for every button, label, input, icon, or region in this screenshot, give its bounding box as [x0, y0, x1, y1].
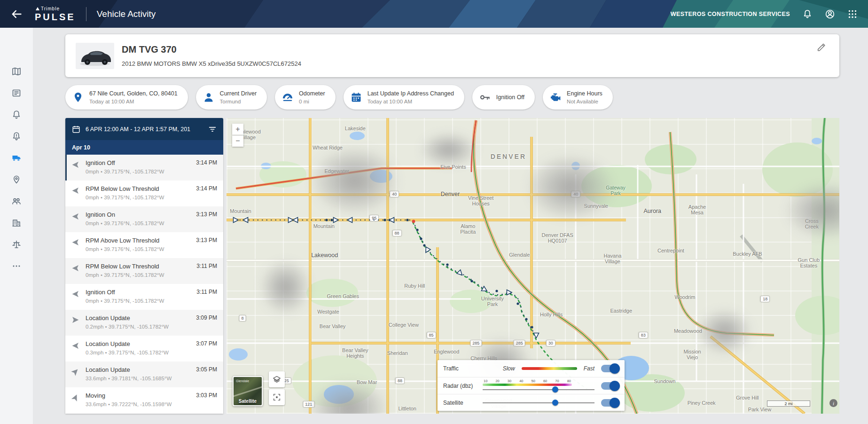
chip-subtitle: Today at 10:00 AM: [368, 99, 454, 104]
vehicle-summary-card: DM TVG 370 2012 BMW MOTORS BMW X5 xDrive…: [65, 34, 839, 77]
map-layers-panel: Traffic Slow Fast Radar (dbz) 1020304050…: [438, 360, 625, 411]
event-detail: 0.2mph • 39.7175°N, -105.1782°W: [86, 324, 169, 330]
apps-grid-icon[interactable]: [847, 9, 858, 19]
activity-date-header[interactable]: 6 APR 12:00 AM - 12 APR 1:57 PM, 201: [65, 118, 223, 140]
key-icon: [479, 91, 491, 103]
map-place-label: Lakeside: [345, 126, 366, 131]
event-detail: 0.3mph • 39.7175°N, -105.1782°W: [86, 350, 169, 355]
map-scale-bar: 2 mi: [767, 400, 810, 407]
heading-arrow-icon: [71, 212, 80, 221]
highway-shield: 88: [392, 230, 401, 236]
thumb-place-label: Glendale: [236, 379, 249, 383]
sidebar-scale-icon[interactable]: [11, 239, 22, 250]
radar-opacity-slider[interactable]: [483, 386, 594, 393]
satellite-view-toggle[interactable]: Glendale Satellite: [233, 376, 263, 406]
sidebar-building-icon[interactable]: [11, 218, 22, 228]
activity-event[interactable]: Location Update33.6mph • 39.7181°N, -105…: [65, 361, 223, 387]
edit-pencil-icon[interactable]: [817, 42, 826, 51]
highway-shield: 285: [470, 340, 482, 346]
map-place-label: Centrepoint: [657, 248, 684, 253]
map-canvas[interactable]: LakesideApplewood VillageWheat RidgeEdge…: [227, 118, 839, 414]
radar-tick: 50: [532, 379, 535, 383]
sidebar-more-icon[interactable]: [11, 261, 22, 271]
highway-shield: 40: [390, 191, 399, 197]
chip-location[interactable]: 67 Nile Court, Golden, CO, 80401Today at…: [65, 85, 188, 110]
zoom-out-button[interactable]: −: [232, 135, 243, 147]
satellite-opacity-slider[interactable]: [483, 400, 594, 406]
heading-arrow-icon: [71, 367, 80, 376]
event-time: 3:07 PM: [192, 340, 217, 347]
activity-event[interactable]: RPM Below Low Threshold0mph • 39.7175°N,…: [65, 258, 223, 284]
map-info-button[interactable]: i: [829, 399, 837, 407]
left-nav-sidebar: [0, 28, 33, 424]
chip-subtitle: 0 mi: [299, 99, 325, 104]
satellite-toggle-label: Satellite: [234, 399, 262, 404]
sidebar-feed-icon[interactable]: [11, 88, 22, 98]
top-app-bar: Trimble PULSE Vehicle Activity WESTEROS …: [0, 0, 868, 28]
chip-last-update[interactable]: Last Update Ip Address ChangedToday at 1…: [344, 85, 464, 110]
chip-engine-hours[interactable]: Engine HoursNot Available: [543, 85, 613, 110]
map-place-label: Bow Mar: [357, 379, 377, 385]
back-arrow-button[interactable]: [10, 8, 23, 20]
trimble-triangle-icon: [36, 7, 39, 10]
filter-icon[interactable]: [208, 125, 217, 134]
activity-event[interactable]: RPM Below Low Threshold0mph • 39.7175°N,…: [65, 181, 223, 206]
radar-slider-knob[interactable]: [552, 386, 558, 393]
event-detail: 0mph • 39.7176°N, -105.1782°W: [86, 220, 164, 226]
chip-driver[interactable]: Current DriverTormund: [196, 85, 267, 110]
sidebar-location-pin-icon[interactable]: [11, 174, 22, 185]
heading-arrow-icon: [71, 341, 80, 350]
satellite-slider-knob[interactable]: [552, 400, 558, 406]
chip-odometer[interactable]: Odometer0 mi: [275, 85, 336, 110]
map-place-label: Piney Creek: [688, 400, 716, 406]
satellite-toggle[interactable]: [601, 399, 619, 407]
map-place-label: Englewood: [434, 349, 459, 354]
event-detail: 0mph • 39.7175°N, -105.1782°W: [86, 169, 164, 174]
chip-ignition[interactable]: Ignition Off: [472, 85, 535, 110]
sidebar-alert-icon[interactable]: [11, 131, 22, 141]
zoom-controls: + −: [232, 124, 243, 147]
map-place-label: Mountain: [313, 223, 335, 229]
activity-event[interactable]: Location Update0.2mph • 39.7175°N, -105.…: [65, 310, 223, 336]
event-list: Ignition Off0mph • 39.7175°N, -105.1782°…: [65, 155, 223, 414]
sidebar-map-icon[interactable]: [11, 66, 22, 77]
highway-shield: 83: [639, 332, 648, 338]
notifications-bell-icon[interactable]: [802, 9, 813, 19]
sidebar-people-icon[interactable]: [11, 196, 22, 206]
recenter-button[interactable]: [269, 389, 285, 405]
traffic-slow-label: Slow: [503, 365, 515, 372]
activity-event[interactable]: Location Update0.3mph • 39.7175°N, -105.…: [65, 336, 223, 361]
satellite-label: Satellite: [443, 400, 479, 406]
map-place-label: Ruby Hill: [404, 283, 425, 289]
activity-event[interactable]: Moving33.6mph • 39.7222°N, -105.1598°W3:…: [65, 387, 223, 413]
radar-tick: 40: [519, 379, 523, 383]
sidebar-bell-icon[interactable]: [11, 110, 22, 120]
activity-event[interactable]: RPM Above Low Threshold0mph • 39.7176°N,…: [65, 232, 223, 258]
traffic-toggle[interactable]: [601, 365, 619, 372]
sidebar-vehicles-truck-icon[interactable]: [11, 153, 22, 163]
layers-button[interactable]: [269, 371, 285, 387]
activity-event[interactable]: Ignition Off0mph • 39.7175°N, -105.1782°…: [65, 284, 223, 310]
event-time: 3:09 PM: [192, 314, 217, 321]
activity-event[interactable]: Ignition Off0mph • 39.7175°N, -105.1782°…: [65, 155, 223, 181]
account-icon[interactable]: [825, 9, 835, 19]
zoom-in-button[interactable]: +: [232, 124, 243, 135]
radar-tick-labels: 1020304050607080: [483, 379, 572, 383]
highway-shield: 85: [427, 332, 436, 338]
radar-tick: 30: [508, 379, 511, 383]
crosshair-icon: [272, 393, 282, 402]
highway-shield: 40: [571, 191, 580, 197]
map-place-label: Denver: [441, 191, 460, 197]
event-detail: 33.6mph • 39.7222°N, -105.1598°W: [86, 401, 172, 407]
event-title: RPM Below Low Threshold: [86, 185, 164, 192]
date-range-text: 6 APR 12:00 AM - 12 APR 1:57 PM, 201: [86, 126, 208, 133]
activity-event[interactable]: Ignition On0mph • 39.7176°N, -105.1782°W…: [65, 206, 223, 232]
map-place-label: Mountain: [230, 208, 251, 214]
chips-row: 67 Nile Court, Golden, CO, 80401Today at…: [65, 85, 613, 110]
engine-icon: [549, 91, 562, 103]
map-place-label: Gateway Park: [606, 185, 625, 196]
event-detail: 0mph • 39.7175°N, -105.1782°W: [86, 298, 164, 304]
map-place-label: Buckley AFB: [733, 251, 762, 257]
radar-toggle[interactable]: [601, 382, 619, 390]
logo-top-text: Trimble: [41, 7, 60, 11]
